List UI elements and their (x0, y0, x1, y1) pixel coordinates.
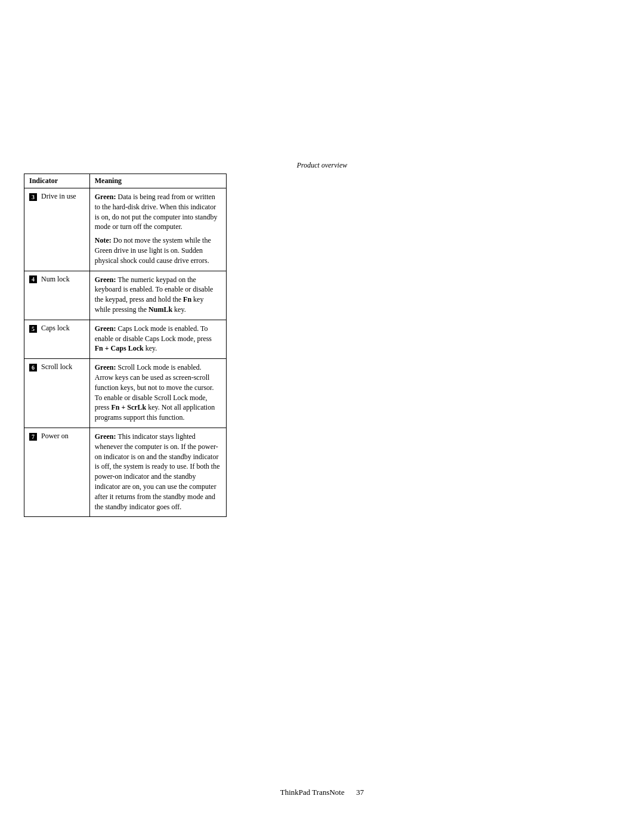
color-label: Green: (95, 432, 118, 441)
color-label: Green: (95, 275, 118, 284)
footer-page: 37 (356, 788, 364, 797)
indicator-number: 7 (29, 433, 37, 441)
meaning-cell: Green: Scroll Lock mode is enabled. Arro… (89, 359, 226, 428)
meaning-block: Green: This indicator stays lighted when… (95, 432, 221, 512)
indicator-number: 3 (29, 193, 37, 201)
indicator-cell: 3 Drive in use (24, 188, 90, 271)
table-row: 7 Power onGreen: This indicator stays li… (24, 428, 227, 516)
indicator-cell: 5 Caps lock (24, 320, 90, 358)
table-row: 4 Num lockGreen: The numeric keypad on t… (24, 271, 227, 320)
color-label: Green: (95, 324, 118, 333)
meaning-cell: Green: The numeric keypad on the keyboar… (89, 271, 226, 320)
meaning-block: Green: The numeric keypad on the keyboar… (95, 275, 221, 315)
indicator-number: 4 (29, 275, 37, 283)
meaning-text: Green: The numeric keypad on the keyboar… (95, 275, 221, 315)
meaning-cell: Green: Data is being read from or writte… (89, 188, 226, 271)
meaning-text: Green: Scroll Lock mode is enabled. Arro… (95, 363, 221, 423)
meaning-block: Green: Caps Lock mode is enabled. To ena… (95, 324, 221, 354)
meaning-text: Green: Data is being read from or writte… (95, 192, 221, 232)
meaning-text: Green: This indicator stays lighted when… (95, 432, 221, 512)
indicator-cell: 4 Num lock (24, 271, 90, 320)
note-text: Note: Do not move the system while the G… (95, 236, 221, 265)
indicator-number: 5 (29, 325, 37, 333)
meaning-text: Green: Caps Lock mode is enabled. To ena… (95, 324, 221, 354)
table-header-indicator: Indicator (24, 174, 90, 188)
color-label: Green: (95, 193, 118, 201)
table-row: 3 Drive in useGreen: Data is being read … (24, 188, 227, 271)
meaning-cell: Green: Caps Lock mode is enabled. To ena… (89, 320, 226, 358)
footer-content: ThinkPad TransNote 37 (24, 788, 620, 797)
indicator-cell: 7 Power on (24, 428, 90, 516)
table-header-meaning: Meaning (89, 174, 226, 188)
meaning-block: Green: Data is being read from or writte… (95, 192, 221, 266)
page-container: Product overview Indicator Meaning 3 Dri… (0, 0, 644, 833)
indicator-number: 6 (29, 364, 37, 371)
indicator-cell: 6 Scroll lock (24, 359, 90, 428)
table-row: 6 Scroll lockGreen: Scroll Lock mode is … (24, 359, 227, 428)
meaning-block: Green: Scroll Lock mode is enabled. Arro… (95, 363, 221, 423)
table-row: 5 Caps lockGreen: Caps Lock mode is enab… (24, 320, 227, 358)
meaning-cell: Green: This indicator stays lighted when… (89, 428, 226, 516)
product-overview-caption: Product overview (24, 161, 620, 170)
content-area: Product overview Indicator Meaning 3 Dri… (24, 161, 620, 517)
footer-brand: ThinkPad TransNote (280, 788, 345, 797)
color-label: Green: (95, 363, 118, 371)
indicator-table: Indicator Meaning 3 Drive in useGreen: D… (24, 174, 227, 517)
footer-area: ThinkPad TransNote 37 (24, 788, 620, 797)
